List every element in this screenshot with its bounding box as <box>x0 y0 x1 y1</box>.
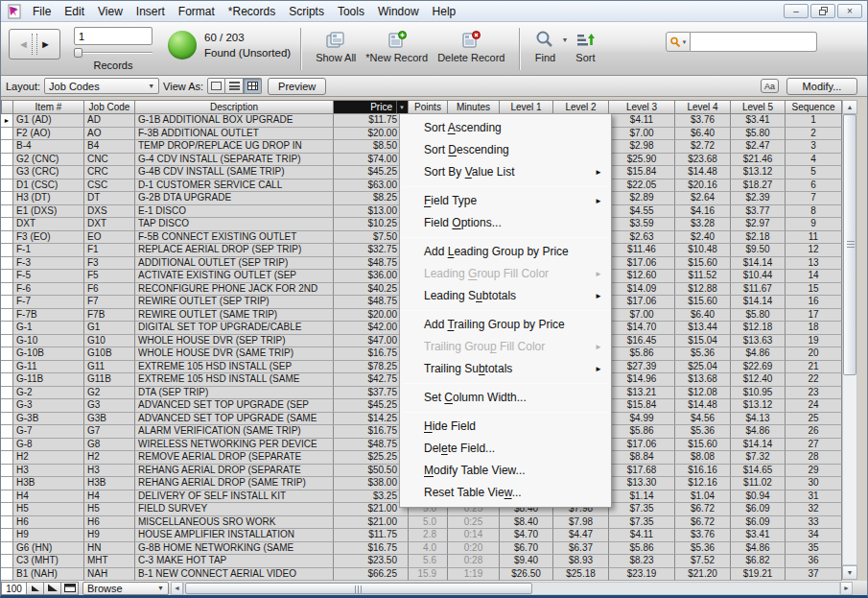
cell-price[interactable]: $48.75 <box>334 296 409 309</box>
find-dropdown-icon[interactable]: ▼ <box>561 36 568 43</box>
cell-level-4[interactable]: $4.56 <box>675 413 731 426</box>
cell-job-code[interactable]: F7B <box>84 309 135 323</box>
cell-level-2[interactable]: $25.18 <box>553 568 609 582</box>
mode-selector[interactable]: Browse ▼ <box>82 582 169 595</box>
menu-item-modify-table-view[interactable]: Modify Table View... <box>400 460 611 482</box>
cell-job-code[interactable]: G10 <box>84 335 135 348</box>
cell-sequence[interactable]: 15 <box>786 283 842 297</box>
cell-level-4[interactable]: $13.68 <box>675 373 731 387</box>
record-gutter[interactable] <box>1 387 13 400</box>
cell-price[interactable]: $11.75 <box>334 114 409 128</box>
cell-price[interactable]: $78.25 <box>334 361 409 374</box>
cell-description[interactable]: REMOVE AERIAL DROP (SEPARATE <box>135 451 334 465</box>
record-gutter[interactable] <box>1 140 13 154</box>
cell-level-5[interactable]: $12.18 <box>731 322 786 335</box>
cell-item[interactable]: F-3 <box>13 257 84 271</box>
cell-sequence[interactable]: 23 <box>786 387 842 400</box>
cell-job-code[interactable]: MHT <box>84 555 135 568</box>
cell-description[interactable]: REHANG AERIAL DROP (SEPARATE <box>135 465 334 478</box>
cell-item[interactable]: G2 (CNC) <box>13 154 84 167</box>
menu-help[interactable]: Help <box>426 1 463 21</box>
cell-sequence[interactable]: 6 <box>786 179 842 193</box>
cell-description[interactable]: MISCELLANEOUS SRO WORK <box>135 516 334 530</box>
cell-job-code[interactable]: G11 <box>84 361 135 374</box>
cell-price[interactable]: $47.00 <box>334 335 409 348</box>
show-all-button[interactable]: Show All <box>311 27 361 64</box>
record-gutter[interactable] <box>1 179 13 193</box>
cell-level-4[interactable]: $15.60 <box>675 439 731 452</box>
cell-level-3[interactable]: $27.39 <box>609 361 675 374</box>
cell-item[interactable]: H3 (DT) <box>13 192 84 205</box>
cell-level-3[interactable]: $7.35 <box>609 503 675 516</box>
cell-item[interactable]: DXT <box>13 218 84 231</box>
cell-level-2[interactable]: $8.93 <box>553 555 609 568</box>
cell-sequence[interactable]: 27 <box>786 439 842 452</box>
cell-sequence[interactable]: 26 <box>786 425 842 439</box>
cell-item[interactable]: G-2 <box>13 387 84 400</box>
menu-item-sort-ascending[interactable]: Sort Ascending <box>400 117 611 139</box>
previous-record-icon[interactable]: ◄ <box>18 38 29 50</box>
cell-level-4[interactable]: $13.44 <box>675 322 731 335</box>
menu-item-trailing-subtotals[interactable]: Trailing Subtotals► <box>400 358 611 380</box>
cell-level-5[interactable]: $11.02 <box>731 477 786 490</box>
cell-sequence[interactable]: 13 <box>786 257 842 271</box>
cell-item[interactable]: B1 (NAH) <box>13 568 84 582</box>
cell-job-code[interactable]: F3 <box>84 257 135 271</box>
column-header-description[interactable]: Description <box>135 100 334 114</box>
cell-price[interactable]: $8.25 <box>334 192 409 205</box>
menu-tools[interactable]: Tools <box>331 1 371 21</box>
cell-price[interactable]: $66.25 <box>334 568 409 582</box>
cell-job-code[interactable]: H3 <box>84 465 135 478</box>
cell-level-5[interactable]: $22.69 <box>731 361 786 374</box>
cell-level-1[interactable]: $8.40 <box>500 516 553 530</box>
scroll-right-button[interactable]: ► <box>840 582 853 595</box>
cell-sequence[interactable]: 3 <box>786 140 842 154</box>
cell-job-code[interactable]: CSC <box>84 179 135 193</box>
cell-sequence[interactable]: 32 <box>786 503 842 516</box>
cell-sequence[interactable]: 18 <box>786 322 842 335</box>
cell-level-4[interactable]: $6.72 <box>675 516 731 530</box>
column-header-level-3[interactable]: Level 3 <box>609 100 675 114</box>
cell-description[interactable]: F-3B ADDITIONAL OUTLET <box>135 128 334 141</box>
cell-level-4[interactable]: $15.60 <box>675 257 731 271</box>
cell-sequence[interactable]: 25 <box>786 413 842 426</box>
column-header-level-5[interactable]: Level 5 <box>731 100 786 114</box>
cell-item[interactable]: F-7 <box>13 296 84 309</box>
cell-level-3[interactable]: $4.11 <box>609 529 675 542</box>
cell-description[interactable]: F-5B CONNECT EXISTING OUTLET <box>135 231 334 245</box>
cell-item[interactable]: E1 (DXS) <box>13 205 84 219</box>
cell-item[interactable]: H3 <box>13 465 84 478</box>
cell-level-4[interactable]: $15.60 <box>675 296 731 309</box>
cell-job-code[interactable]: CRC <box>84 166 135 179</box>
modify-button[interactable]: Modify... <box>786 78 857 95</box>
record-gutter[interactable] <box>1 373 13 387</box>
cell-level-3[interactable]: $13.30 <box>609 477 675 490</box>
cell-level-5[interactable]: $4.13 <box>731 413 786 426</box>
cell-level-3[interactable]: $25.90 <box>609 154 675 167</box>
cell-price[interactable]: $38.00 <box>334 477 409 490</box>
menu-item-set-column-width[interactable]: Set Column Width... <box>400 387 611 409</box>
cell-job-code[interactable]: DXS <box>84 205 135 219</box>
cell-job-code[interactable]: H4 <box>84 490 135 504</box>
cell-item[interactable]: F3 (EO) <box>13 231 84 245</box>
cell-level-5[interactable]: $21.46 <box>731 154 786 167</box>
cell-description[interactable]: DIGITAL SET TOP UPGRADE/CABLE <box>135 322 334 335</box>
cell-level-4[interactable]: $5.36 <box>675 347 731 361</box>
cell-job-code[interactable]: G2 <box>84 387 135 400</box>
cell-sequence[interactable]: 34 <box>786 529 842 542</box>
cell-level-3[interactable]: $2.98 <box>609 140 675 154</box>
cell-level-3[interactable]: $17.06 <box>609 257 675 271</box>
menu-item-add-trailing-group-by-price[interactable]: Add Trailing Group by Price <box>400 314 611 336</box>
cell-sequence[interactable]: 4 <box>786 154 842 167</box>
cell-level-4[interactable]: $7.52 <box>675 555 731 568</box>
cell-description[interactable]: G-8B HOME NETWORKING (SAME <box>135 542 334 556</box>
cell-level-5[interactable]: $4.86 <box>731 425 786 439</box>
cell-level-4[interactable]: $5.36 <box>675 542 731 556</box>
cell-level-2[interactable]: $7.98 <box>553 516 609 530</box>
cell-price[interactable]: $25.25 <box>334 451 409 465</box>
cell-level-5[interactable]: $6.09 <box>731 503 786 516</box>
formatting-bar-button[interactable]: Aa <box>761 79 779 93</box>
record-gutter[interactable] <box>1 309 13 323</box>
cell-job-code[interactable]: B4 <box>84 140 135 154</box>
cell-level-4[interactable]: $12.16 <box>675 477 731 490</box>
